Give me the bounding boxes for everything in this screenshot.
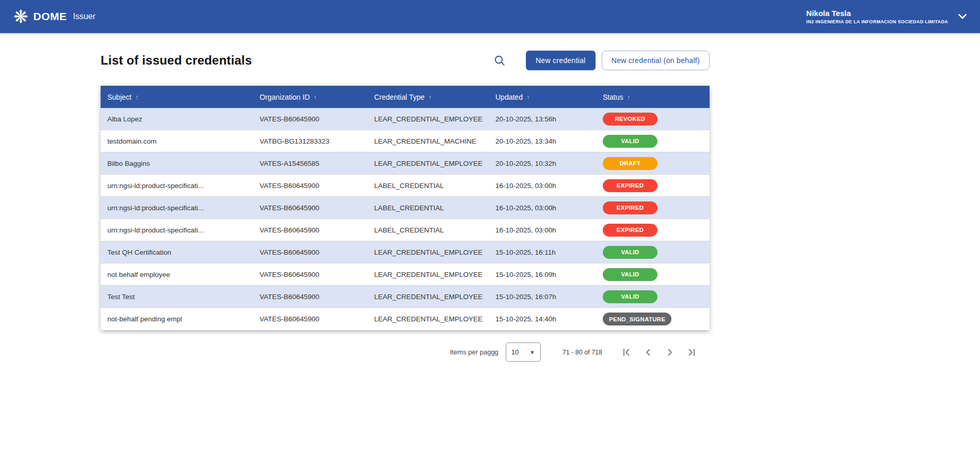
status-badge: EXPIRED	[603, 179, 657, 192]
cell-updated: 15-10-2025, 16:07h	[489, 293, 596, 301]
table-row[interactable]: Bilbo Baggins VATES-A15456585 LEAR_CREDE…	[101, 152, 710, 175]
column-header-status[interactable]: Status ↑	[596, 93, 710, 101]
dome-logo-icon: ❋	[13, 8, 28, 25]
cell-subject: urn:ngsi-ld:product-specificati...	[101, 182, 253, 190]
title-row: List of issued credentials New credentia…	[101, 51, 710, 70]
cell-credential-type: LEAR_CREDENTIAL_EMPLOYEE	[367, 293, 489, 301]
next-page-button[interactable]	[659, 343, 681, 362]
status-badge: VALID	[603, 268, 657, 281]
top-navbar: ❋ DOME Issuer Nikola Tesla IN2 INGENIERI…	[0, 0, 980, 33]
status-badge: PEND_SIGNATURE	[603, 313, 671, 325]
brand-name: DOME	[34, 10, 67, 23]
table-row[interactable]: urn:ngsi-ld:product-specificati... VATES…	[101, 197, 710, 219]
cell-organization-id: VATES-B60645900	[253, 115, 367, 123]
cell-updated: 16-10-2025, 03:00h	[489, 226, 596, 234]
cell-updated: 15-10-2025, 14:40h	[489, 315, 596, 323]
status-badge: VALID	[603, 246, 657, 259]
table-row[interactable]: Test QH Certification VATES-B60645900 LE…	[101, 241, 710, 263]
table-row[interactable]: urn:ngsi-ld:product-specificati... VATES…	[101, 175, 710, 197]
cell-subject: Bilbo Baggins	[101, 160, 253, 167]
cell-status: VALID	[596, 290, 710, 303]
cell-organization-id: VATES-B60645900	[253, 204, 367, 212]
cell-status: DRAFT	[596, 157, 710, 170]
items-per-page-label: Items per paggg	[450, 348, 499, 356]
credentials-table: Subject ↑ Organization ID ↑ Credential T…	[101, 86, 710, 330]
chevron-right-icon	[665, 348, 674, 357]
chevron-left-icon	[644, 348, 653, 357]
cell-subject: not-behalf pending empl	[101, 315, 253, 323]
cell-updated: 15-10-2025, 16:11h	[489, 248, 596, 256]
sort-arrow-icon: ↑	[428, 93, 432, 101]
sort-arrow-icon: ↑	[627, 93, 631, 101]
user-menu[interactable]: Nikola Tesla IN2 INGENIERIA DE LA INFORM…	[806, 9, 967, 24]
cell-status: EXPIRED	[596, 201, 710, 214]
cell-credential-type: LEAR_CREDENTIAL_EMPLOYEE	[367, 315, 489, 323]
cell-organization-id: VATES-B60645900	[253, 182, 367, 190]
search-button[interactable]	[491, 52, 508, 69]
table-row[interactable]: Test Test VATES-B60645900 LEAR_CREDENTIA…	[101, 286, 710, 308]
cell-updated: 16-10-2025, 03:00h	[489, 204, 596, 212]
cell-credential-type: LEAR_CREDENTIAL_EMPLOYEE	[367, 160, 489, 167]
user-organization: IN2 INGENIERIA DE LA INFORMACION SOCIEDA…	[806, 19, 948, 24]
cell-organization-id: VATES-B60645900	[253, 226, 367, 234]
status-badge: DRAFT	[603, 157, 657, 170]
cell-subject: not behalf employee	[101, 271, 253, 278]
column-label: Status	[603, 93, 623, 101]
sort-arrow-icon: ↑	[526, 93, 530, 101]
table-row[interactable]: testdomain.com VATBG-BG131283323 LEAR_CR…	[101, 130, 710, 152]
cell-status: PEND_SIGNATURE	[596, 313, 710, 325]
cell-organization-id: VATES-B60645900	[253, 293, 367, 301]
cell-organization-id: VATES-B60645900	[253, 315, 367, 323]
status-badge: REVOKED	[603, 113, 657, 126]
cell-credential-type: LABEL_CREDENTIAL	[367, 204, 489, 212]
cell-organization-id: VATES-B60645900	[253, 248, 367, 256]
new-credential-button[interactable]: New credential	[526, 51, 596, 70]
cell-subject: Test QH Certification	[101, 248, 253, 256]
cell-organization-id: VATBG-BG131283323	[253, 137, 367, 145]
page-range-label: 71 - 80 of 718	[563, 349, 602, 356]
table-row[interactable]: Alba Lopez VATES-B60645900 LEAR_CREDENTI…	[101, 108, 710, 130]
search-icon	[494, 55, 505, 66]
column-header-updated[interactable]: Updated ↑	[489, 93, 596, 101]
cell-subject: urn:ngsi-ld:product-specificati...	[101, 226, 253, 234]
column-header-credential-type[interactable]: Credential Type ↑	[367, 93, 489, 101]
main-content: List of issued credentials New credentia…	[101, 51, 710, 362]
cell-updated: 15-10-2025, 16:09h	[489, 271, 596, 278]
cell-status: VALID	[596, 246, 710, 259]
cell-credential-type: LABEL_CREDENTIAL	[367, 182, 489, 190]
caret-down-icon: ▼	[529, 349, 535, 355]
page-size-select[interactable]: 10 ▼	[506, 343, 541, 362]
cell-status: VALID	[596, 135, 710, 148]
last-page-icon	[687, 348, 696, 357]
first-page-button[interactable]	[616, 343, 637, 362]
brand-logo[interactable]: ❋ DOME Issuer	[13, 8, 95, 25]
chevron-down-icon	[958, 14, 967, 19]
cell-subject: urn:ngsi-ld:product-specificati...	[101, 204, 253, 212]
cell-updated: 20-10-2025, 13:56h	[489, 115, 596, 123]
previous-page-button[interactable]	[637, 343, 659, 362]
table-row[interactable]: not behalf employee VATES-B60645900 LEAR…	[101, 263, 710, 286]
column-label: Credential Type	[374, 93, 425, 101]
cell-credential-type: LEAR_CREDENTIAL_EMPLOYEE	[367, 115, 489, 123]
sort-arrow-icon: ↑	[135, 93, 139, 101]
cell-credential-type: LABEL_CREDENTIAL	[367, 226, 489, 234]
cell-status: EXPIRED	[596, 224, 710, 237]
column-header-subject[interactable]: Subject ↑	[101, 93, 253, 101]
status-badge: EXPIRED	[603, 224, 657, 237]
table-row[interactable]: urn:ngsi-ld:product-specificati... VATES…	[101, 219, 710, 241]
status-badge: VALID	[603, 290, 657, 303]
cell-updated: 20-10-2025, 13:34h	[489, 137, 596, 145]
column-header-organization-id[interactable]: Organization ID ↑	[253, 93, 367, 101]
cell-status: EXPIRED	[596, 179, 710, 192]
brand-suffix: Issuer	[73, 12, 96, 21]
last-page-button[interactable]	[681, 343, 702, 362]
new-credential-on-behalf-button[interactable]: New credential (on behalf)	[602, 51, 710, 70]
cell-credential-type: LEAR_CREDENTIAL_MACHINE	[367, 137, 489, 145]
cell-status: REVOKED	[596, 113, 710, 126]
table-body: Alba Lopez VATES-B60645900 LEAR_CREDENTI…	[101, 108, 710, 330]
table-row[interactable]: not-behalf pending empl VATES-B60645900 …	[101, 308, 710, 330]
cell-organization-id: VATES-A15456585	[253, 160, 367, 167]
status-badge: EXPIRED	[603, 201, 657, 214]
cell-subject: testdomain.com	[101, 137, 253, 145]
column-label: Organization ID	[260, 93, 310, 101]
